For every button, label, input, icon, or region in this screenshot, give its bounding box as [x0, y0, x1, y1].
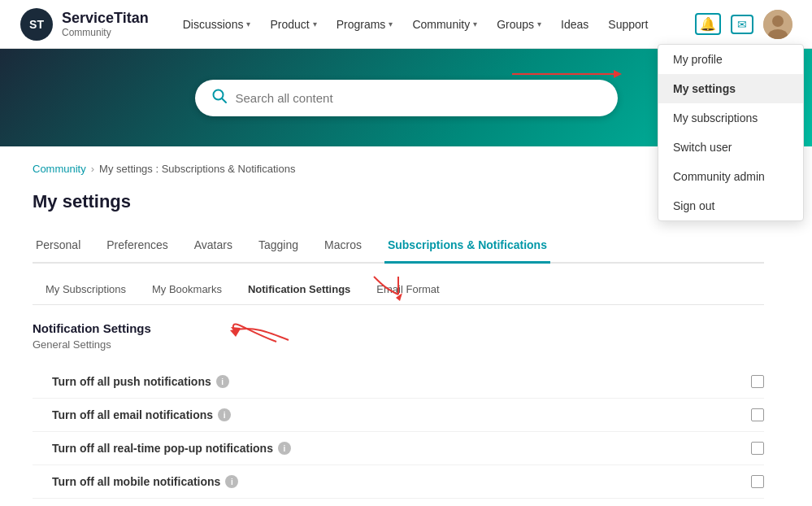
chevron-down-icon: ▾: [313, 20, 317, 28]
page-title: My settings: [33, 191, 764, 212]
logo-icon: ST: [20, 7, 54, 41]
search-icon: [211, 88, 228, 108]
section-title: Notification Settings: [33, 321, 764, 335]
tab-macros[interactable]: Macros: [321, 232, 365, 264]
tab-email-format[interactable]: Email Format: [363, 277, 452, 305]
section-subtitle: General Settings: [33, 338, 764, 351]
tab-personal[interactable]: Personal: [33, 232, 84, 264]
dropdown-my-subscriptions[interactable]: My subscriptions: [658, 103, 803, 133]
email-button[interactable]: ✉: [731, 15, 753, 34]
tab-preferences[interactable]: Preferences: [103, 232, 171, 264]
setting-row-email: Turn off all email notifications i: [33, 399, 764, 432]
svg-text:ST: ST: [29, 18, 44, 31]
setting-row-push: Turn off all push notifications i: [33, 365, 764, 399]
nav-ideas[interactable]: Ideas: [553, 11, 597, 37]
nav-links: Discussions ▾ Product ▾ Programs ▾ Commu…: [175, 11, 695, 37]
tab-notification-settings[interactable]: Notification Settings: [235, 277, 363, 305]
nav-groups[interactable]: Groups ▾: [489, 11, 549, 37]
dropdown-switch-user[interactable]: Switch user: [658, 133, 803, 162]
breadcrumb-current: My settings : Subscriptions & Notificati…: [99, 163, 295, 175]
notification-settings-section: Notification Settings General Settings T…: [33, 321, 764, 499]
setting-label-email: Turn off all email notifications: [52, 408, 213, 421]
info-icon-popup[interactable]: i: [278, 442, 291, 455]
checkbox-push[interactable]: [751, 375, 764, 388]
chevron-down-icon: ▾: [473, 20, 477, 28]
setting-label-popup: Turn off all real-time pop-up notificati…: [52, 442, 273, 455]
tab-subscriptions-notifications[interactable]: Subscriptions & Notifications: [384, 232, 550, 264]
nav-programs[interactable]: Programs ▾: [328, 11, 402, 37]
svg-point-3: [772, 15, 784, 27]
secondary-tabs: My Subscriptions My Bookmarks Notificati…: [33, 277, 764, 305]
breadcrumb-separator: ›: [91, 163, 94, 175]
tab-tagging[interactable]: Tagging: [255, 232, 302, 264]
brand-name: ServiceTitan: [62, 10, 149, 27]
checkbox-email[interactable]: [751, 408, 764, 421]
checkbox-mobile[interactable]: [751, 475, 764, 488]
logo-area[interactable]: ST ServiceTitan Community: [20, 7, 149, 41]
chevron-down-icon: ▾: [246, 20, 250, 28]
dropdown-my-profile[interactable]: My profile: [658, 45, 803, 74]
nav-product[interactable]: Product ▾: [262, 11, 324, 37]
info-icon-push[interactable]: i: [216, 375, 229, 388]
nav-support[interactable]: Support: [600, 11, 656, 37]
top-navigation: ST ServiceTitan Community Discussions ▾ …: [0, 0, 812, 49]
nav-right: 🔔 ✉: [695, 10, 792, 39]
breadcrumb: Community › My settings : Subscriptions …: [33, 163, 764, 175]
search-bar: [195, 80, 618, 116]
bell-button[interactable]: 🔔: [695, 13, 721, 35]
dropdown-sign-out[interactable]: Sign out: [658, 191, 803, 220]
primary-tabs: Personal Preferences Avatars Tagging Mac…: [33, 232, 764, 264]
setting-row-mobile: Turn off all mobile notifications i: [33, 465, 764, 499]
user-dropdown-menu: My profile My settings My subscriptions …: [658, 44, 804, 221]
chevron-down-icon: ▾: [389, 20, 393, 28]
svg-line-6: [222, 98, 226, 103]
tab-my-subscriptions[interactable]: My Subscriptions: [33, 277, 139, 305]
dropdown-community-admin[interactable]: Community admin: [658, 162, 803, 191]
tab-my-bookmarks[interactable]: My Bookmarks: [139, 277, 235, 305]
info-icon-email[interactable]: i: [218, 408, 231, 421]
setting-label-push: Turn off all push notifications: [52, 375, 211, 388]
avatar[interactable]: [763, 10, 792, 39]
checkbox-popup[interactable]: [751, 442, 764, 455]
search-input[interactable]: [236, 91, 601, 105]
tab-avatars[interactable]: Avatars: [191, 232, 236, 264]
chevron-down-icon: ▾: [537, 20, 541, 28]
nav-discussions[interactable]: Discussions ▾: [175, 11, 259, 37]
info-icon-mobile[interactable]: i: [225, 475, 238, 488]
breadcrumb-community[interactable]: Community: [33, 163, 86, 175]
brand-subtitle: Community: [62, 27, 149, 38]
nav-community[interactable]: Community ▾: [404, 11, 485, 37]
setting-row-popup: Turn off all real-time pop-up notificati…: [33, 432, 764, 465]
setting-label-mobile: Turn off all mobile notifications: [52, 475, 220, 488]
dropdown-my-settings[interactable]: My settings: [658, 74, 803, 103]
